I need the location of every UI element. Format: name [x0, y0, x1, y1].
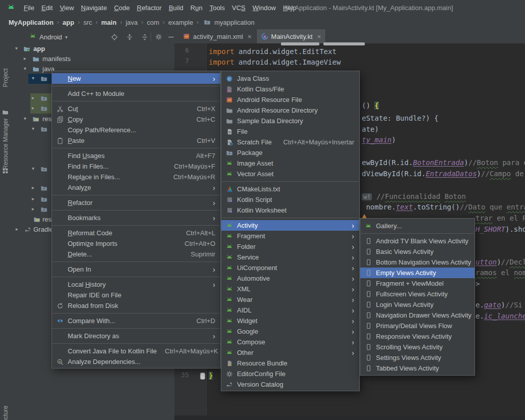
chevron-right-icon[interactable]: ▸ — [32, 95, 34, 100]
context-menu-item-repair-ide-on-file[interactable]: Repair IDE on File — [52, 290, 220, 300]
new-submenu-item-kotlin-class-file[interactable]: Kotlin Class/File — [221, 84, 359, 94]
new-submenu-item-fragment[interactable]: Fragment› — [221, 231, 359, 241]
menubar-item-view[interactable]: View — [56, 4, 77, 12]
breadcrumb-item-example[interactable]: example — [167, 19, 195, 26]
activity-submenu-item-scrolling-views-activity[interactable]: Scrolling Views Activity — [360, 342, 474, 352]
activity-submenu-item-gallery[interactable]: Gallery... — [360, 221, 474, 231]
new-submenu-item-widget[interactable]: Widget› — [221, 316, 359, 326]
context-menu-item-copy-path-reference[interactable]: Copy Path/Reference... — [52, 125, 220, 135]
editor-tab-activity-main-xml[interactable]: <>activity_main.xml× — [178, 29, 257, 43]
expand-all-icon[interactable] — [125, 33, 133, 41]
chevron-down-icon[interactable]: ▾ — [32, 166, 34, 171]
new-submenu-item-vector-asset[interactable]: Vector Asset — [221, 169, 359, 179]
activity-submenu-item-fragment-viewmodel[interactable]: Fragment + ViewModel — [360, 278, 474, 289]
new-submenu-item-sample-data-directory[interactable]: Sample Data Directory — [221, 116, 359, 126]
menubar-item-code[interactable]: Code — [111, 4, 133, 12]
context-menu-item-reload-from-disk[interactable]: Reload from Disk — [52, 300, 220, 311]
project-tool-icon[interactable] — [2, 109, 9, 117]
new-submenu-item-android-resource-file[interactable]: <>Android Resource File — [221, 94, 359, 105]
close-icon[interactable]: × — [248, 33, 252, 40]
breadcrumb-item-myapplication[interactable]: MyApplication — [7, 19, 55, 26]
tool-window-button-structure[interactable]: Structure — [2, 406, 9, 420]
context-menu-item-cut[interactable]: CutCtrl+X — [52, 103, 220, 114]
menubar-item-edit[interactable]: Edit — [38, 4, 56, 12]
context-menu-item-find-in-files[interactable]: Find in Files...Ctrl+Mayús+F — [52, 161, 220, 172]
new-submenu-item-xml[interactable]: XML› — [221, 284, 359, 294]
context-menu-item-refactor[interactable]: Refactor› — [52, 197, 220, 208]
chevron-down-icon[interactable]: ▾ — [24, 116, 26, 121]
new-submenu-item-kotlin-script[interactable]: Kotlin Script — [221, 194, 359, 205]
context-menu-item-paste[interactable]: PasteCtrl+V — [52, 135, 220, 146]
resource-manager-icon[interactable] — [2, 168, 9, 176]
activity-submenu-item-tabbed-views-activity[interactable]: Tabbed Views Activity — [360, 363, 474, 374]
context-menu-item-replace-in-files[interactable]: Replace in Files...Ctrl+Mayús+R — [52, 172, 220, 182]
menubar-item-run[interactable]: Run — [187, 4, 206, 12]
new-submenu-item-java-class[interactable]: CJava Class — [221, 73, 359, 84]
collapse-all-icon[interactable] — [140, 33, 149, 41]
chevron-right-icon[interactable]: ▸ — [24, 56, 26, 61]
tool-window-button-resource-manager[interactable]: Resource Manager — [2, 118, 9, 170]
new-submenu-item-package[interactable]: Package — [221, 147, 359, 158]
context-menu-item-bookmarks[interactable]: Bookmarks› — [52, 213, 220, 223]
menubar-item-window[interactable]: Window — [249, 4, 279, 12]
breadcrumb-item-com[interactable]: com — [146, 19, 161, 26]
close-icon[interactable]: × — [317, 33, 321, 40]
new-submenu-item-uicomponent[interactable]: UiComponent› — [221, 262, 359, 273]
context-menu-item-copy[interactable]: CopyCtrl+C — [52, 114, 220, 125]
tool-window-button-project[interactable]: Project — [2, 68, 9, 87]
context-menu-item-new[interactable]: New› — [52, 73, 220, 84]
gear-icon[interactable] — [155, 33, 163, 41]
menubar-item-tools[interactable]: Tools — [206, 4, 228, 12]
breadcrumb-item-main[interactable]: main — [100, 19, 118, 26]
new-submenu-item-other[interactable]: Other› — [221, 347, 359, 358]
context-menu-item-delete[interactable]: Delete...Suprimir — [52, 249, 220, 259]
context-menu-item-convert-java-file-to-kotlin-file[interactable]: Convert Java File to Kotlin FileCtrl+Alt… — [52, 346, 220, 356]
new-submenu-item-file[interactable]: File — [221, 126, 359, 137]
new-submenu-item-image-asset[interactable]: Image Asset — [221, 158, 359, 169]
new-submenu-item-kotlin-worksheet[interactable]: Kotlin Worksheet — [221, 205, 359, 216]
activity-submenu-item-responsive-views-activity[interactable]: Responsive Views Activity — [360, 331, 474, 342]
fold-marker-icon[interactable] — [200, 373, 205, 380]
chevron-down-icon[interactable]: ▾ — [24, 66, 26, 71]
tree-row-manifests[interactable]: ▸manifests — [11, 54, 174, 64]
new-submenu-item-activity[interactable]: Activity› — [221, 220, 359, 231]
context-menu-item-open-in[interactable]: Open In› — [52, 264, 220, 275]
activity-submenu-item-primary-detail-views-flow[interactable]: Primary/Detail Views Flow — [360, 321, 474, 331]
context-menu-item-reformat-code[interactable]: Reformat CodeCtrl+Alt+L — [52, 228, 220, 238]
chevron-right-icon[interactable]: ▸ — [32, 206, 34, 212]
menubar-item-file[interactable]: File — [20, 4, 38, 12]
activity-submenu-item-login-views-activity[interactable]: Login Views Activity — [360, 299, 474, 310]
locate-icon[interactable] — [110, 33, 118, 41]
chevron-right-icon[interactable]: ▸ — [32, 196, 34, 201]
activity-submenu-item-android-tv-blank-views-activity[interactable]: Android TV Blank Views Activity — [360, 236, 474, 246]
chevron-down-icon[interactable]: ▾ — [32, 126, 34, 131]
chevron-right-icon[interactable]: ▸ — [16, 226, 18, 232]
activity-submenu-item-bottom-navigation-views-activity[interactable]: Bottom Navigation Views Activity — [360, 257, 474, 268]
breadcrumb-item-java[interactable]: java — [124, 19, 139, 26]
hide-panel-icon[interactable] — [167, 33, 175, 41]
breadcrumb-item-app[interactable]: app — [61, 19, 76, 26]
chevron-down-icon[interactable]: ▾ — [15, 45, 18, 51]
context-menu-item-mark-directory-as[interactable]: Mark Directory as› — [52, 331, 220, 341]
new-submenu-item-aidl[interactable]: AIDL› — [221, 305, 359, 316]
menubar-item-refactor[interactable]: Refactor — [133, 4, 165, 12]
new-submenu-item-folder[interactable]: Folder› — [221, 241, 359, 252]
activity-submenu-item-fullscreen-views-activity[interactable]: Fullscreen Views Activity — [360, 289, 474, 299]
context-menu-item-find-usages[interactable]: Find UsagesAlt+F7 — [52, 150, 220, 161]
new-submenu-item-automotive[interactable]: Automotive› — [221, 273, 359, 284]
activity-submenu-item-basic-views-activity[interactable]: Basic Views Activity — [360, 246, 474, 257]
breadcrumb-item-myapplication[interactable]: myapplication — [213, 19, 256, 26]
menubar-item-navigate[interactable]: Navigate — [77, 4, 110, 12]
new-submenu-item-resource-bundle[interactable]: Resource Bundle — [221, 358, 359, 369]
chevron-down-icon[interactable]: ▾ — [32, 75, 34, 81]
menubar-item-vcs[interactable]: VCS — [228, 4, 249, 12]
menubar-item-build[interactable]: Build — [165, 4, 187, 12]
context-menu-item-analyze[interactable]: Analyze› — [52, 182, 220, 193]
activity-submenu-item-empty-views-activity[interactable]: Empty Views Activity — [360, 268, 474, 278]
new-submenu-item-google[interactable]: Google› — [221, 326, 359, 337]
context-menu-item-optimize-imports[interactable]: Optimize ImportsCtrl+Alt+O — [52, 238, 220, 249]
activity-submenu-item-navigation-drawer-views-activity[interactable]: Navigation Drawer Views Activity — [360, 310, 474, 321]
new-submenu-item-compose[interactable]: Compose› — [221, 337, 359, 347]
new-submenu-item-android-resource-directory[interactable]: Android Resource Directory — [221, 105, 359, 116]
context-menu-item-compare-with[interactable]: Compare With...Ctrl+D — [52, 316, 220, 326]
